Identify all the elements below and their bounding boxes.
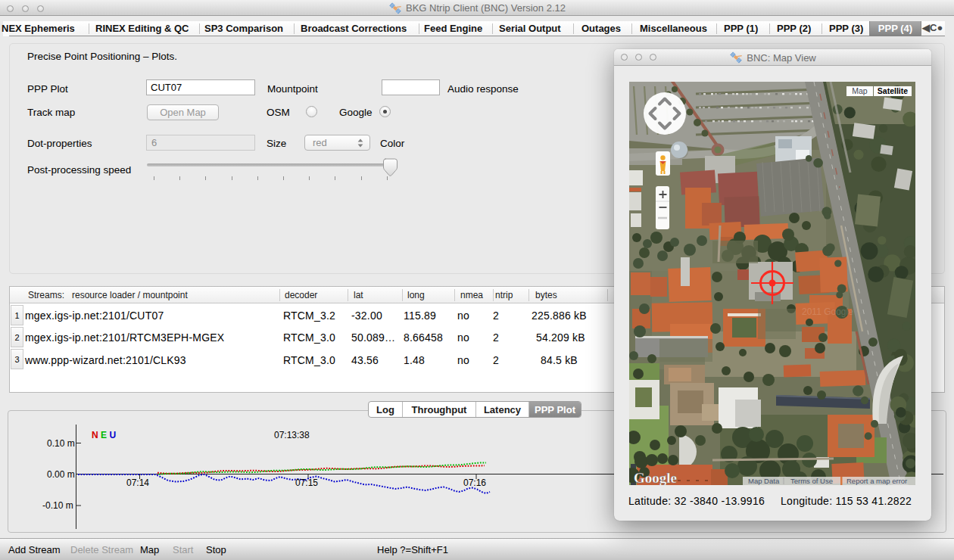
- svg-text:Report a map error: Report a map error: [846, 477, 907, 485]
- svg-text:Google: Google: [634, 470, 677, 485]
- svg-text:Map Data: Map Data: [748, 477, 780, 485]
- svg-text:2011 Google: 2011 Google: [802, 306, 853, 317]
- svg-text:Map: Map: [852, 86, 868, 95]
- svg-text:Satellite: Satellite: [878, 86, 908, 95]
- svg-text:Terms of Use: Terms of Use: [790, 477, 833, 485]
